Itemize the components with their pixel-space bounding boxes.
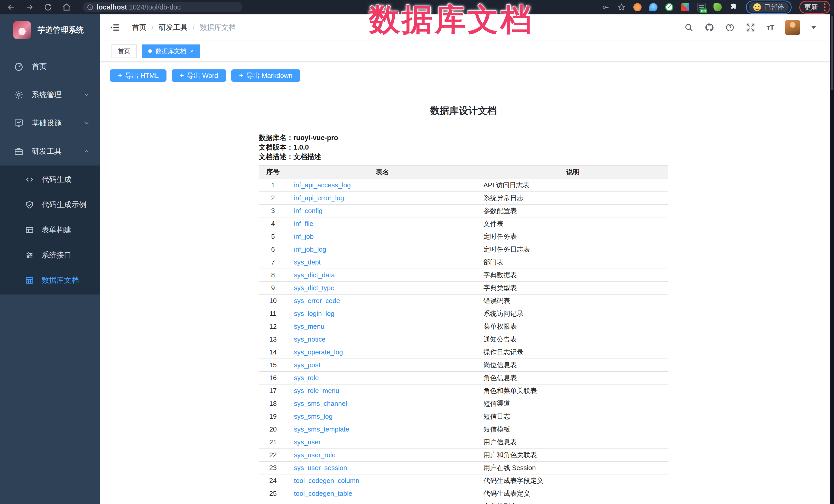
table-name-link[interactable]: sys_user_role xyxy=(294,451,335,459)
table-name-link[interactable]: sys_sms_log xyxy=(294,413,332,420)
row-index: 14 xyxy=(259,346,287,359)
grid-extension-icon[interactable] xyxy=(681,3,689,11)
table-name-link[interactable]: sys_post xyxy=(294,361,321,369)
help-icon[interactable] xyxy=(725,23,734,32)
browser-back-button[interactable] xyxy=(7,3,16,12)
table-name-link[interactable]: sys_dept xyxy=(294,258,321,266)
row-description: API 访问日志表 xyxy=(478,179,668,192)
row-index: 6 xyxy=(259,243,287,256)
table-row: 9 sys_dict_type 字典类型表 xyxy=(259,282,668,294)
sidebar-item-system[interactable]: 系统管理 xyxy=(0,81,100,109)
app-logo-row[interactable]: 芋道管理系统 xyxy=(0,15,100,41)
table-name-link[interactable]: sys_sms_channel xyxy=(294,400,347,408)
github-icon[interactable] xyxy=(705,23,714,32)
row-description: 代码生成表字段定义 xyxy=(478,475,668,487)
table-name-link[interactable]: sys_notice xyxy=(294,335,326,343)
tag-db-doc[interactable]: 数据库文档 × xyxy=(142,44,200,58)
table-name-link[interactable]: sys_user_session xyxy=(294,464,347,472)
breadcrumb-separator: / xyxy=(152,23,154,31)
table-name-link[interactable]: sys_error_code xyxy=(294,297,340,305)
row-description: 字典数据表 xyxy=(478,269,668,282)
sidebar-item-codegen[interactable]: 代码生成 xyxy=(0,167,100,192)
table-row: 23 sys_user_session 用户在线 Session xyxy=(259,462,668,475)
user-avatar[interactable] xyxy=(785,20,800,35)
export-word-button[interactable]: + 导出 Word xyxy=(172,69,226,82)
table-name-link[interactable]: sys_dict_type xyxy=(294,284,334,292)
export-html-button[interactable]: + 导出 HTML xyxy=(110,69,167,82)
table-name-link[interactable]: sys_operate_log xyxy=(294,348,343,356)
tag-home[interactable]: 首页 xyxy=(111,44,137,58)
table-row: 15 sys_post 岗位信息表 xyxy=(259,359,668,372)
search-icon[interactable] xyxy=(684,23,694,32)
extensions-puzzle-icon[interactable] xyxy=(729,3,738,12)
tag-close-icon[interactable]: × xyxy=(190,48,194,54)
breadcrumb-home[interactable]: 首页 xyxy=(132,23,147,32)
bookmark-star-icon[interactable] xyxy=(617,3,626,11)
sidebar-item-infra[interactable]: 基础设施 xyxy=(0,109,100,137)
sidebar-collapse-button[interactable] xyxy=(110,22,120,32)
sidebar-item-devtools[interactable]: 研发工具 xyxy=(0,137,100,166)
export-markdown-button[interactable]: + 导出 Markdown xyxy=(231,69,301,82)
chevron-down-icon xyxy=(83,91,90,98)
url-text[interactable]: localhost:1024/tool/db-doc xyxy=(96,3,181,11)
table-name-link[interactable]: tool_codegen_column xyxy=(294,477,359,484)
dashboard-icon xyxy=(14,62,24,71)
row-index: 17 xyxy=(259,385,287,397)
profile-paused-badge[interactable]: 已暂停 xyxy=(749,2,789,12)
switch-extension-icon[interactable]: on xyxy=(697,3,706,12)
table-name-link[interactable]: inf_api_error_log xyxy=(294,194,344,202)
browser-home-button[interactable] xyxy=(62,3,71,12)
table-name-link[interactable]: inf_file xyxy=(294,220,313,227)
table-name-link[interactable]: sys_sms_template xyxy=(294,425,349,433)
emoji-face-icon xyxy=(753,3,761,11)
sidebar-item-codegen-example[interactable]: 代码生成示例 xyxy=(0,192,100,217)
leaf-extension-icon[interactable] xyxy=(714,3,722,11)
row-description: 岗位信息表 xyxy=(478,359,668,372)
row-description: 角色和菜单关联表 xyxy=(478,385,668,397)
sidebar: 芋道管理系统 首页 系统管理 基础设施 研发工具 代码生成 xyxy=(0,15,100,504)
row-description: 菜单权限表 xyxy=(478,320,668,333)
sidebar-item-home[interactable]: 首页 xyxy=(0,52,100,81)
browser-forward-button[interactable] xyxy=(25,3,34,12)
check-extension-icon[interactable] xyxy=(665,3,674,11)
table-name-link[interactable]: tool_test_demo xyxy=(294,502,340,504)
table-name-link[interactable]: sys_menu xyxy=(294,323,325,330)
browser-menu-kebab-icon[interactable] xyxy=(824,3,826,11)
site-info-icon[interactable] xyxy=(87,4,93,10)
table-name-link[interactable]: sys_login_log xyxy=(294,310,334,317)
extension-icon[interactable] xyxy=(633,3,641,11)
browser-reload-button[interactable] xyxy=(44,3,52,12)
col-header-name: 表名 xyxy=(287,166,478,179)
table-name-link[interactable]: inf_config xyxy=(294,207,323,215)
breadcrumb-separator: / xyxy=(193,23,195,31)
table-name-link[interactable]: inf_job_log xyxy=(294,245,326,253)
location-pin-extension-icon[interactable] xyxy=(649,3,658,11)
chrome-update-button[interactable]: 更新 xyxy=(804,3,818,12)
table-row: 26 tool_test_demo 字典类型表 xyxy=(259,500,668,504)
table-row: 2 inf_api_error_log 系统异常日志 xyxy=(259,192,668,204)
page-scrollbar[interactable] xyxy=(830,15,834,504)
sidebar-item-db-doc[interactable]: 数据库文档 xyxy=(0,268,100,293)
table-name-link[interactable]: inf_api_access_log xyxy=(294,181,351,189)
table-name-link[interactable]: sys_dict_data xyxy=(294,271,335,279)
address-bar[interactable]: localhost:1024/tool/db-doc xyxy=(83,2,243,12)
update-annotation-ellipse: 更新 xyxy=(799,1,830,14)
scrollbar-thumb[interactable] xyxy=(831,16,833,90)
sidebar-item-form-builder[interactable]: 表单构建 xyxy=(0,217,100,243)
avatar-caret-down-icon[interactable] xyxy=(811,26,816,29)
table-name-link[interactable]: sys_role xyxy=(294,374,319,382)
table-name-link[interactable]: tool_codegen_table xyxy=(294,489,352,497)
table-header-row: 序号 表名 说明 xyxy=(259,166,668,179)
password-key-icon[interactable] xyxy=(601,3,610,11)
row-description: 字典类型表 xyxy=(478,282,668,294)
col-header-index: 序号 xyxy=(259,166,287,179)
table-name-link[interactable]: sys_user xyxy=(294,438,321,446)
table-name-link[interactable]: sys_role_menu xyxy=(294,387,339,395)
table-row: 24 tool_codegen_column 代码生成表字段定义 xyxy=(259,475,668,487)
font-size-icon[interactable]: тT xyxy=(766,23,774,32)
fullscreen-icon[interactable] xyxy=(746,23,755,32)
tags-view-bar: 首页 数据库文档 × xyxy=(100,41,830,62)
breadcrumb-devtools[interactable]: 研发工具 xyxy=(159,23,188,32)
table-name-link[interactable]: inf_job xyxy=(294,233,314,240)
sidebar-item-system-api[interactable]: 系统接口 xyxy=(0,243,100,268)
